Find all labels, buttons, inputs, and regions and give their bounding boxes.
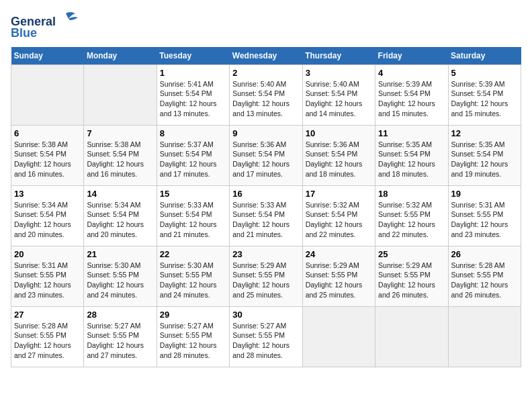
table-cell: 23Sunrise: 5:29 AM Sunset: 5:55 PM Dayli…	[230, 246, 302, 306]
day-number: 12	[451, 128, 518, 138]
day-info: Sunrise: 5:34 AM Sunset: 5:54 PM Dayligh…	[14, 200, 81, 240]
table-cell: 26Sunrise: 5:28 AM Sunset: 5:55 PM Dayli…	[448, 246, 521, 306]
logo-bird-icon	[58, 11, 78, 26]
table-cell	[11, 64, 84, 125]
day-info: Sunrise: 5:33 AM Sunset: 5:54 PM Dayligh…	[232, 200, 299, 240]
week-row-2: 6Sunrise: 5:38 AM Sunset: 5:54 PM Daylig…	[11, 125, 521, 185]
day-number: 19	[451, 189, 518, 199]
day-number: 2	[232, 68, 299, 78]
day-number: 15	[160, 189, 226, 199]
day-info: Sunrise: 5:28 AM Sunset: 5:55 PM Dayligh…	[451, 261, 518, 300]
header-thursday: Thursday	[302, 47, 375, 65]
day-info: Sunrise: 5:31 AM Sunset: 5:55 PM Dayligh…	[451, 200, 518, 240]
table-cell: 7Sunrise: 5:38 AM Sunset: 5:54 PM Daylig…	[84, 125, 157, 185]
table-cell: 5Sunrise: 5:39 AM Sunset: 5:54 PM Daylig…	[448, 64, 521, 125]
table-cell: 11Sunrise: 5:35 AM Sunset: 5:54 PM Dayli…	[375, 125, 448, 185]
table-cell: 1Sunrise: 5:41 AM Sunset: 5:54 PM Daylig…	[157, 64, 229, 125]
header-friday: Friday	[375, 47, 448, 65]
day-number: 1	[160, 68, 226, 78]
table-cell: 28Sunrise: 5:27 AM Sunset: 5:55 PM Dayli…	[84, 306, 157, 367]
table-cell: 17Sunrise: 5:32 AM Sunset: 5:54 PM Dayli…	[302, 185, 375, 246]
day-number: 5	[451, 68, 518, 78]
day-number: 4	[378, 68, 445, 78]
day-info: Sunrise: 5:39 AM Sunset: 5:54 PM Dayligh…	[378, 79, 445, 119]
day-info: Sunrise: 5:39 AM Sunset: 5:54 PM Dayligh…	[451, 79, 518, 119]
table-cell: 19Sunrise: 5:31 AM Sunset: 5:55 PM Dayli…	[448, 185, 521, 246]
table-cell: 6Sunrise: 5:38 AM Sunset: 5:54 PM Daylig…	[11, 125, 84, 185]
week-row-1: 1Sunrise: 5:41 AM Sunset: 5:54 PM Daylig…	[11, 64, 521, 125]
day-info: Sunrise: 5:35 AM Sunset: 5:54 PM Dayligh…	[451, 140, 518, 179]
day-info: Sunrise: 5:37 AM Sunset: 5:54 PM Dayligh…	[160, 140, 226, 179]
table-cell: 12Sunrise: 5:35 AM Sunset: 5:54 PM Dayli…	[448, 125, 521, 185]
day-number: 6	[14, 128, 81, 138]
day-number: 23	[232, 249, 299, 259]
day-info: Sunrise: 5:41 AM Sunset: 5:54 PM Dayligh…	[160, 79, 226, 119]
week-row-5: 27Sunrise: 5:28 AM Sunset: 5:55 PM Dayli…	[11, 306, 521, 367]
day-info: Sunrise: 5:30 AM Sunset: 5:55 PM Dayligh…	[87, 261, 153, 300]
day-number: 3	[306, 68, 372, 78]
header-wednesday: Wednesday	[230, 47, 302, 65]
table-cell: 15Sunrise: 5:33 AM Sunset: 5:54 PM Dayli…	[157, 185, 229, 246]
header-tuesday: Tuesday	[157, 47, 229, 65]
table-cell: 21Sunrise: 5:30 AM Sunset: 5:55 PM Dayli…	[84, 246, 157, 306]
day-info: Sunrise: 5:28 AM Sunset: 5:55 PM Dayligh…	[14, 321, 81, 361]
day-number: 9	[232, 128, 299, 138]
day-info: Sunrise: 5:29 AM Sunset: 5:55 PM Dayligh…	[232, 261, 299, 300]
day-info: Sunrise: 5:40 AM Sunset: 5:54 PM Dayligh…	[306, 79, 372, 119]
table-cell: 14Sunrise: 5:34 AM Sunset: 5:54 PM Dayli…	[84, 185, 157, 246]
table-cell: 10Sunrise: 5:36 AM Sunset: 5:54 PM Dayli…	[302, 125, 375, 185]
day-number: 28	[87, 310, 153, 320]
day-number: 7	[87, 128, 153, 138]
table-cell	[375, 306, 448, 367]
day-number: 11	[378, 128, 445, 138]
table-cell: 8Sunrise: 5:37 AM Sunset: 5:54 PM Daylig…	[157, 125, 229, 185]
day-info: Sunrise: 5:27 AM Sunset: 5:55 PM Dayligh…	[160, 321, 226, 361]
header-monday: Monday	[84, 47, 157, 65]
table-cell: 13Sunrise: 5:34 AM Sunset: 5:54 PM Dayli…	[11, 185, 84, 246]
day-info: Sunrise: 5:27 AM Sunset: 5:55 PM Dayligh…	[87, 321, 153, 361]
table-cell: 20Sunrise: 5:31 AM Sunset: 5:55 PM Dayli…	[11, 246, 84, 306]
logo: General Blue	[11, 11, 78, 40]
day-info: Sunrise: 5:38 AM Sunset: 5:54 PM Dayligh…	[87, 140, 153, 179]
day-number: 16	[232, 189, 299, 199]
table-cell: 24Sunrise: 5:29 AM Sunset: 5:55 PM Dayli…	[302, 246, 375, 306]
day-number: 26	[451, 249, 518, 259]
day-info: Sunrise: 5:40 AM Sunset: 5:54 PM Dayligh…	[232, 79, 299, 119]
day-number: 14	[87, 189, 153, 199]
day-info: Sunrise: 5:36 AM Sunset: 5:54 PM Dayligh…	[306, 140, 372, 179]
day-info: Sunrise: 5:31 AM Sunset: 5:55 PM Dayligh…	[14, 261, 81, 300]
day-number: 29	[160, 310, 226, 320]
day-info: Sunrise: 5:29 AM Sunset: 5:55 PM Dayligh…	[306, 261, 372, 300]
table-cell	[302, 306, 375, 367]
day-number: 10	[306, 128, 372, 138]
day-info: Sunrise: 5:33 AM Sunset: 5:54 PM Dayligh…	[160, 200, 226, 240]
day-info: Sunrise: 5:38 AM Sunset: 5:54 PM Dayligh…	[14, 140, 81, 179]
day-info: Sunrise: 5:36 AM Sunset: 5:54 PM Dayligh…	[232, 140, 299, 179]
day-info: Sunrise: 5:27 AM Sunset: 5:55 PM Dayligh…	[232, 321, 299, 361]
table-cell: 18Sunrise: 5:32 AM Sunset: 5:55 PM Dayli…	[375, 185, 448, 246]
table-cell	[448, 306, 521, 367]
page-header: General Blue	[11, 11, 521, 40]
day-number: 25	[378, 249, 445, 259]
day-number: 17	[306, 189, 372, 199]
day-number: 24	[306, 249, 372, 259]
table-cell: 3Sunrise: 5:40 AM Sunset: 5:54 PM Daylig…	[302, 64, 375, 125]
day-number: 27	[14, 310, 81, 320]
header-sunday: Sunday	[11, 47, 84, 65]
table-cell: 29Sunrise: 5:27 AM Sunset: 5:55 PM Dayli…	[157, 306, 229, 367]
table-cell: 30Sunrise: 5:27 AM Sunset: 5:55 PM Dayli…	[230, 306, 302, 367]
day-number: 30	[232, 310, 299, 320]
day-number: 21	[87, 249, 153, 259]
day-info: Sunrise: 5:35 AM Sunset: 5:54 PM Dayligh…	[378, 140, 445, 179]
calendar-table: SundayMondayTuesdayWednesdayThursdayFrid…	[11, 47, 521, 367]
table-cell: 27Sunrise: 5:28 AM Sunset: 5:55 PM Dayli…	[11, 306, 84, 367]
table-cell: 9Sunrise: 5:36 AM Sunset: 5:54 PM Daylig…	[230, 125, 302, 185]
weekday-header-row: SundayMondayTuesdayWednesdayThursdayFrid…	[11, 47, 521, 65]
day-info: Sunrise: 5:32 AM Sunset: 5:54 PM Dayligh…	[306, 200, 372, 240]
day-number: 13	[14, 189, 81, 199]
header-saturday: Saturday	[448, 47, 521, 65]
day-info: Sunrise: 5:30 AM Sunset: 5:55 PM Dayligh…	[160, 261, 226, 300]
table-cell: 4Sunrise: 5:39 AM Sunset: 5:54 PM Daylig…	[375, 64, 448, 125]
week-row-4: 20Sunrise: 5:31 AM Sunset: 5:55 PM Dayli…	[11, 246, 521, 306]
day-info: Sunrise: 5:29 AM Sunset: 5:55 PM Dayligh…	[378, 261, 445, 300]
